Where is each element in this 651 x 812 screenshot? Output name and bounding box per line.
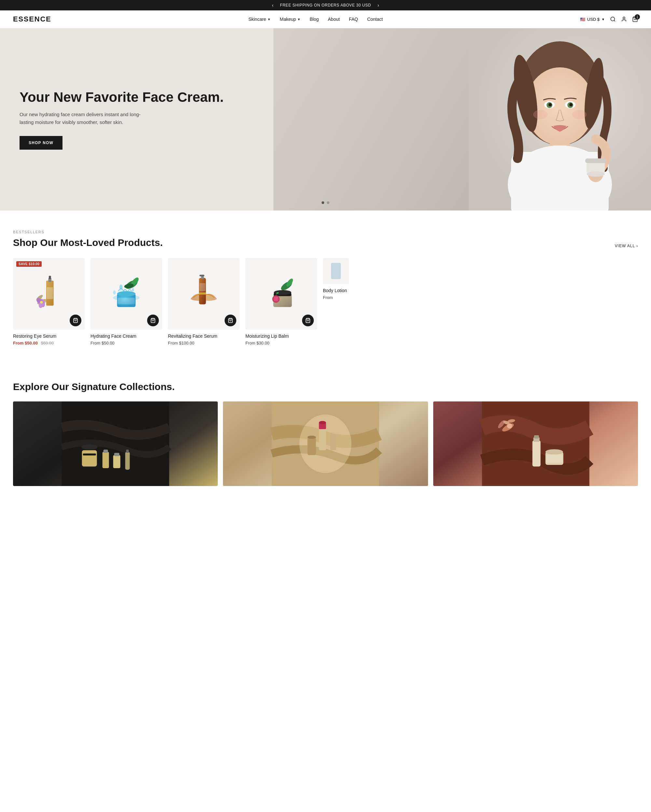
nav-makeup[interactable]: Makeup ▼: [280, 17, 301, 22]
product-price: From: [323, 295, 349, 300]
svg-point-60: [274, 297, 276, 299]
svg-rect-48: [200, 275, 205, 276]
collection-image-3: [433, 401, 638, 486]
product-image-wrap: [168, 258, 240, 330]
product-card[interactable]: Hydrating Face Cream From $50.00: [90, 258, 162, 345]
chevron-down-icon: ▼: [602, 18, 605, 21]
header: ESSENCE Skincare ▼ Makeup ▼ Blog About F…: [0, 11, 651, 28]
hero-image-svg: [469, 28, 651, 211]
product-name: Restoring Eye Serum: [13, 333, 85, 339]
product-price: From $100.00: [168, 340, 240, 345]
add-to-cart-button[interactable]: [225, 314, 236, 326]
svg-point-40: [117, 291, 136, 296]
svg-point-17: [569, 103, 573, 106]
cart-icon: [228, 318, 233, 323]
svg-point-86: [307, 436, 316, 439]
currency-label: USD $: [587, 17, 599, 22]
logo[interactable]: ESSENCE: [13, 15, 51, 23]
svg-point-63: [274, 299, 275, 301]
svg-rect-76: [114, 453, 119, 456]
face-cream-image: [105, 273, 147, 315]
svg-line-1: [614, 20, 615, 21]
svg-point-19: [572, 110, 587, 119]
hero-image: [274, 28, 651, 211]
svg-rect-71: [82, 450, 97, 467]
nav-blog[interactable]: Blog: [310, 17, 319, 22]
hero-section: Your New Favorite Face Cream. Our new hy…: [0, 28, 651, 211]
svg-rect-77: [125, 452, 130, 470]
collection-card[interactable]: [433, 401, 638, 486]
collection-image-2: [223, 401, 428, 486]
product-card[interactable]: SAVE $10.00 Restoring Eye Serum From $50…: [13, 258, 85, 345]
svg-rect-85: [307, 437, 316, 455]
svg-rect-67: [331, 263, 341, 279]
hero-dot-2[interactable]: [327, 201, 329, 204]
svg-point-23: [587, 171, 605, 177]
cart-button[interactable]: 1: [632, 16, 638, 22]
svg-rect-81: [319, 427, 326, 450]
header-right: 🇺🇸 USD $ ▼ 1: [580, 16, 638, 22]
collection-card[interactable]: [13, 401, 218, 486]
collection-3-image: [433, 401, 638, 486]
product-card[interactable]: Revitalizing Face Serum From $100.00: [168, 258, 240, 345]
svg-point-0: [611, 17, 614, 21]
svg-point-83: [319, 421, 326, 424]
chevron-down-icon: ▼: [297, 18, 300, 21]
nav-about[interactable]: About: [328, 17, 340, 22]
currency-selector[interactable]: 🇺🇸 USD $ ▼: [580, 17, 605, 22]
add-to-cart-button[interactable]: [147, 314, 159, 326]
main-nav: Skincare ▼ Makeup ▼ Blog About FAQ Conta…: [248, 17, 383, 22]
product-card[interactable]: Moisturizing Lip Balm From $30.00: [245, 258, 317, 345]
product-price: From $50.00: [90, 340, 162, 345]
product-card[interactable]: Body Lotion From: [323, 258, 349, 345]
svg-rect-78: [126, 450, 129, 453]
svg-rect-22: [585, 159, 606, 163]
product-price: From $30.00: [245, 340, 317, 345]
collection-card[interactable]: [223, 401, 428, 486]
announcement-text: FREE SHIPPING ON ORDERS ABOVE 30 USD: [280, 3, 371, 8]
add-to-cart-button[interactable]: [70, 314, 81, 326]
search-button[interactable]: [610, 16, 616, 22]
announcement-bar: ‹ FREE SHIPPING ON ORDERS ABOVE 30 USD ›: [0, 0, 651, 11]
hero-content: Your New Favorite Face Cream. Our new hy…: [0, 70, 243, 169]
product-image-wrap: [245, 258, 317, 330]
product-image: [323, 258, 349, 284]
bestsellers-title: Shop Our Most-Loved Products.: [13, 237, 163, 248]
face-serum-image: [183, 273, 225, 315]
svg-rect-93: [532, 441, 540, 467]
add-to-cart-button[interactable]: [302, 314, 314, 326]
hero-dot-1[interactable]: [322, 201, 324, 204]
collection-2-image: [223, 401, 428, 486]
lip-balm-image: [260, 273, 303, 315]
view-all-link[interactable]: VIEW ALL ›: [615, 244, 638, 248]
svg-point-18: [533, 110, 547, 119]
product-image-wrap: [323, 258, 349, 284]
chevron-right-icon: ›: [636, 244, 638, 248]
svg-point-2: [623, 17, 625, 19]
account-button[interactable]: [621, 16, 627, 22]
save-badge: SAVE $10.00: [16, 261, 42, 267]
nav-skincare[interactable]: Skincare ▼: [248, 17, 270, 22]
hero-cta-button[interactable]: SHOP NOW: [20, 136, 63, 150]
svg-point-64: [277, 299, 278, 301]
product-image-wrap: SAVE $10.00: [13, 258, 85, 330]
svg-rect-73: [102, 452, 109, 468]
svg-point-43: [132, 288, 134, 292]
nav-faq[interactable]: FAQ: [349, 17, 358, 22]
svg-rect-95: [534, 435, 539, 438]
svg-point-70: [81, 444, 98, 450]
cart-count: 1: [635, 14, 640, 20]
announcement-next-button[interactable]: ›: [376, 3, 381, 8]
announcement-prev-button[interactable]: ‹: [270, 3, 275, 8]
collection-image-1: [13, 401, 218, 486]
search-icon: [610, 16, 616, 22]
collections-grid: [13, 401, 638, 486]
svg-rect-49: [199, 293, 206, 295]
collections-section: Explore Our Signature Collections.: [0, 362, 651, 499]
svg-rect-41: [118, 298, 135, 304]
svg-point-42: [119, 285, 123, 290]
svg-rect-28: [49, 276, 51, 279]
hero-dots: [322, 201, 329, 204]
product-name: Hydrating Face Cream: [90, 333, 162, 339]
nav-contact[interactable]: Contact: [367, 17, 383, 22]
